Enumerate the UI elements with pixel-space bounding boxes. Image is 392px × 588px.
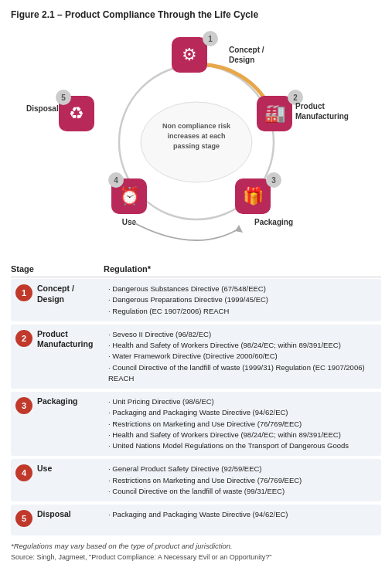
svg-text:4: 4: [114, 176, 118, 185]
svg-text:Concept /: Concept /: [229, 46, 264, 54]
table-row: 1Concept /DesignDangerous Substances Dir…: [11, 279, 381, 321]
stage-cell: 1Concept /Design: [15, 284, 108, 317]
regulation-item: Dangerous Preparations Directive (1999/4…: [108, 294, 377, 305]
svg-text:Non compliance risk: Non compliance risk: [162, 122, 231, 130]
svg-text:Disposal: Disposal: [26, 104, 59, 113]
svg-text:Design: Design: [229, 56, 254, 64]
regulation-cell: General Product Safety Directive (92/59/…: [108, 464, 377, 497]
svg-text:♻: ♻: [69, 104, 84, 123]
regulation-cell: Dangerous Substances Directive (67/548/E…: [108, 284, 377, 317]
svg-text:2: 2: [293, 93, 298, 102]
stage-name: Packaging: [37, 396, 78, 407]
stage-number: 2: [15, 330, 32, 347]
svg-text:1: 1: [208, 35, 213, 43]
regulation-item: Restrictions on Marketing and Use Direct…: [108, 475, 377, 486]
regulation-item: Water Framework Directive (Directive 200…: [108, 351, 377, 362]
regulation-cell: Unit Pricing Directive (98/6/EC)Packagin…: [108, 396, 377, 451]
svg-text:⚙: ⚙: [182, 45, 197, 64]
table-row: 2ProductManufacturingSeveso II Directive…: [11, 325, 381, 389]
regulation-item: Dangerous Substances Directive (67/548/E…: [108, 284, 377, 294]
footnote: *Regulations may vary based on the type …: [11, 542, 381, 550]
stage-number: 3: [15, 397, 32, 414]
regulation-item: Council Directive of the landfill of was…: [108, 362, 377, 385]
regulation-item: General Product Safety Directive (92/59/…: [108, 464, 377, 474]
svg-text:5: 5: [61, 93, 66, 102]
svg-text:🏭: 🏭: [264, 103, 286, 124]
regulation-item: Health and Safety of Workers Directive (…: [108, 340, 377, 351]
stage-cell: 2ProductManufacturing: [15, 329, 108, 384]
regulation-item: Unit Pricing Directive (98/6/EC): [108, 396, 377, 407]
stage-name: ProductManufacturing: [37, 329, 93, 350]
stage-name: Concept /Design: [37, 284, 74, 304]
svg-text:increases at each: increases at each: [167, 132, 225, 140]
regulation-item: Council Directive on the landfill of was…: [108, 486, 377, 497]
table-row: 3PackagingUnit Pricing Directive (98/6/E…: [11, 392, 381, 456]
svg-text:⏰: ⏰: [119, 185, 141, 206]
regulation-item: Packaging and Packaging Waste Directive …: [108, 509, 377, 520]
regulation-item: Regulation (EC 1907/2006) REACH: [108, 306, 377, 317]
regulation-cell: Seveso II Directive (96/82/EC)Health and…: [108, 329, 377, 384]
svg-text:Product: Product: [295, 102, 325, 110]
svg-text:🎁: 🎁: [243, 185, 264, 206]
stage-number: 4: [15, 464, 32, 481]
regulation-item: Seveso II Directive (96/82/EC): [108, 329, 377, 340]
stage-column-header: Stage: [11, 264, 104, 274]
stage-name: Disposal: [37, 509, 71, 520]
svg-text:Manufacturing: Manufacturing: [295, 112, 349, 121]
regulation-item: United Nations Model Regulations on the …: [108, 440, 377, 451]
figure-title: Figure 2.1 – Product Compliance Through …: [11, 9, 381, 20]
regulation-item: Restrictions on Marketing and Use Direct…: [108, 419, 377, 430]
stage-cell: 4Use: [15, 464, 108, 497]
stage-name: Use: [37, 464, 52, 474]
svg-text:Packaging: Packaging: [254, 218, 293, 226]
regulation-item: Health and Safety of Workers Directive (…: [108, 430, 377, 440]
table-row: 5DisposalPackaging and Packaging Waste D…: [11, 505, 381, 535]
stage-cell: 5Disposal: [15, 509, 108, 531]
stage-number: 1: [15, 284, 32, 301]
regulation-item: Packaging and Packaging Waste Directive …: [108, 407, 377, 418]
source: Source: Singh, Jagmeet, "Product Complia…: [11, 553, 381, 561]
svg-marker-32: [235, 225, 243, 233]
svg-text:passing stage: passing stage: [173, 142, 220, 150]
table-row: 4UseGeneral Product Safety Directive (92…: [11, 459, 381, 501]
regulation-table: Stage Regulation* 1Concept /DesignDanger…: [11, 264, 381, 535]
regulation-cell: Packaging and Packaging Waste Directive …: [108, 509, 377, 531]
regulation-column-header: Regulation*: [104, 264, 381, 274]
stage-cell: 3Packaging: [15, 396, 108, 451]
svg-text:3: 3: [271, 176, 276, 185]
lifecycle-diagram: Non compliance risk increases at each pa…: [11, 28, 382, 252]
stage-number: 5: [15, 510, 32, 527]
